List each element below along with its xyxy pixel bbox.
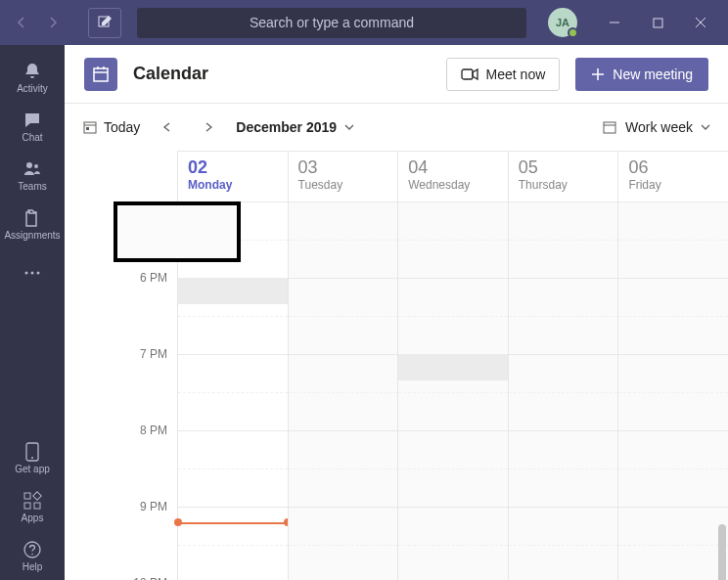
main-content: Calendar Meet now New meeting Today	[65, 45, 728, 580]
calendar-subheader: Today December 2019 Work week	[65, 104, 728, 151]
rail-help[interactable]: Help	[0, 531, 65, 580]
svg-rect-16	[94, 68, 108, 81]
day-name: Wednesday	[408, 178, 498, 192]
day-number: 02	[188, 157, 278, 178]
chevron-down-icon	[344, 123, 354, 131]
svg-rect-21	[84, 122, 96, 133]
view-label: Work week	[625, 119, 693, 135]
video-icon	[461, 67, 478, 81]
presence-available-icon	[568, 27, 578, 38]
day-name: Monday	[188, 178, 278, 192]
next-week-button[interactable]	[195, 113, 222, 141]
day-column[interactable]	[288, 201, 398, 580]
compose-button[interactable]	[88, 8, 121, 38]
rail-chat[interactable]: Chat	[0, 102, 65, 151]
calendar-grid[interactable]: 02Monday03Tuesday04Wednesday05Thursday06…	[65, 151, 728, 580]
new-meeting-button[interactable]: New meeting	[575, 58, 708, 91]
svg-point-4	[34, 164, 38, 168]
svg-rect-23	[86, 127, 89, 130]
day-column[interactable]	[508, 201, 618, 580]
today-button[interactable]: Today	[82, 119, 140, 135]
avatar[interactable]: JA	[548, 8, 577, 37]
maximize-button[interactable]	[636, 8, 679, 38]
time-label: 9 PM	[140, 500, 167, 513]
rail-label: Chat	[22, 132, 42, 143]
app-rail: Activity Chat Teams Assignments Get app …	[0, 45, 65, 580]
svg-point-3	[26, 162, 32, 168]
month-label-text: December 2019	[236, 119, 337, 135]
svg-rect-11	[33, 491, 41, 499]
month-picker[interactable]: December 2019	[236, 119, 354, 135]
apps-icon	[23, 491, 42, 511]
new-meeting-label: New meeting	[613, 67, 693, 82]
svg-point-6	[31, 272, 34, 275]
day-number: 03	[298, 157, 388, 178]
time-label: 7 PM	[140, 347, 167, 361]
rail-assignments[interactable]: Assignments	[0, 200, 65, 248]
now-indicator	[178, 522, 288, 524]
today-label: Today	[104, 119, 140, 135]
close-button[interactable]	[679, 8, 722, 38]
avatar-initials: JA	[556, 17, 569, 28]
plus-icon	[591, 67, 605, 81]
meet-now-label: Meet now	[486, 67, 546, 82]
busy-block	[398, 354, 508, 380]
svg-point-7	[37, 272, 40, 275]
time-label: 8 PM	[140, 424, 167, 437]
bell-icon	[23, 62, 42, 81]
titlebar: Search or type a command JA	[0, 0, 728, 45]
busy-block	[178, 278, 288, 304]
day-number: 06	[628, 157, 718, 178]
svg-rect-24	[604, 122, 615, 133]
day-header[interactable]: 05Thursday	[508, 152, 618, 201]
rail-apps[interactable]: Apps	[0, 482, 65, 531]
day-name: Friday	[628, 178, 718, 192]
day-header[interactable]: 03Tuesday	[288, 152, 398, 201]
day-name: Tuesday	[298, 178, 388, 192]
search-input[interactable]: Search or type a command	[137, 8, 526, 38]
time-label: 10 PM	[133, 576, 167, 580]
time-label: 6 PM	[140, 271, 167, 285]
rail-teams[interactable]: Teams	[0, 151, 65, 200]
day-header[interactable]: 02Monday	[177, 152, 288, 201]
forward-button[interactable]	[37, 7, 68, 38]
rail-label: Assignments	[4, 230, 60, 241]
help-icon	[23, 540, 42, 559]
day-header[interactable]: 06Friday	[617, 152, 728, 201]
today-icon	[82, 119, 98, 135]
assignments-icon	[23, 208, 42, 228]
rail-more[interactable]	[0, 248, 65, 297]
rail-label: Apps	[22, 513, 44, 523]
meet-now-button[interactable]: Meet now	[446, 58, 561, 91]
svg-rect-20	[462, 69, 473, 79]
svg-point-9	[31, 457, 33, 459]
phone-icon	[25, 442, 39, 462]
day-name: Thursday	[519, 178, 609, 192]
svg-rect-12	[24, 503, 30, 509]
day-header[interactable]: 04Wednesday	[397, 152, 508, 201]
rail-label: Help	[23, 561, 43, 572]
page-title: Calendar	[133, 64, 208, 84]
rail-label: Get app	[15, 464, 50, 474]
scrollbar-thumb[interactable]	[718, 524, 726, 580]
day-number: 05	[519, 157, 609, 178]
calendar-header: Calendar Meet now New meeting	[65, 45, 728, 104]
rail-label: Teams	[18, 181, 46, 192]
day-column[interactable]	[177, 201, 288, 580]
prev-week-button[interactable]	[154, 113, 181, 141]
minimize-button[interactable]	[593, 8, 636, 38]
back-button[interactable]	[6, 7, 37, 38]
svg-rect-2	[654, 19, 662, 27]
day-column[interactable]	[617, 201, 728, 580]
svg-point-5	[25, 272, 28, 275]
svg-point-15	[31, 553, 33, 555]
svg-rect-13	[34, 503, 40, 509]
rail-activity[interactable]: Activity	[0, 53, 65, 102]
calendar-app-icon	[84, 58, 117, 91]
day-column[interactable]	[397, 201, 508, 580]
view-picker[interactable]: Work week	[602, 119, 710, 135]
rail-getapp[interactable]: Get app	[0, 433, 65, 482]
chevron-down-icon	[701, 123, 710, 131]
teams-icon	[23, 159, 42, 179]
day-number: 04	[408, 157, 498, 178]
